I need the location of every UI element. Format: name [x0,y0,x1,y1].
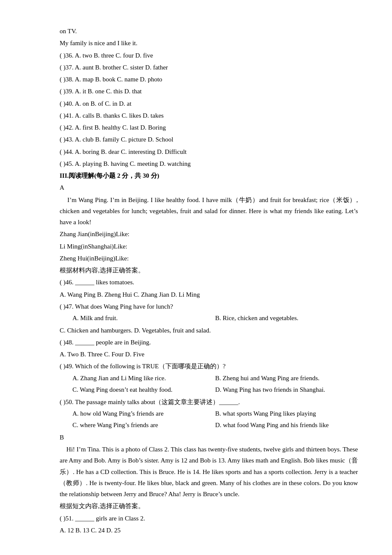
passage1-text: I’m Wang Ping. I’m in Beijing. I like he… [60,194,358,228]
q38: ( )38. A. map B. book C. name D. photo [60,74,358,85]
main-content: on TV. My family is nice and I like it. … [60,26,358,536]
q37: ( )37. A. aunt B. brother C. sister D. f… [60,62,358,73]
q47-opt-b: B. Rice, chicken and vegetables. [215,313,358,324]
instruction2: 根据短文内容,选择正确答案。 [60,500,358,512]
q51-options: A. 12 B. 13 C. 24 D. 25 [60,525,358,536]
q51-text: ( )51. ______ girls are in Class 2. [60,513,358,524]
q48-options: A. Two B. Three C. Four D. Five [60,349,358,360]
li-ming-line: Li Ming(inShanghai)Like: [60,241,358,252]
q49-options-row1: A. Zhang Jian and Li Ming like rice. B. … [72,373,358,384]
q50-options-row2: C. where Wang Ping’s friends are D. what… [72,420,358,431]
instruction1: 根据材料内容,选择正确答案。 [60,265,358,276]
q47-opt-a: A. Milk and fruit. [72,313,215,324]
q50-opt-a: A. how old Wang Ping’s friends are [72,408,215,419]
q47-options-row2: C. Chicken and hamburgers. D. Vegetables… [60,325,358,336]
section3-title: III.阅读理解(每小题 2 分，共 30 分) [60,170,358,181]
q50-options-row1: A. how old Wang Ping’s friends are B. wh… [72,408,358,419]
q49-opt-a: A. Zhang Jian and Li Ming like rice. [72,373,215,384]
q36: ( )36. A. two B. three C. four D. five [60,50,358,61]
q39: ( )39. A. it B. one C. this D. that [60,86,358,97]
q43: ( )43. A. club B. family C. picture D. S… [60,134,358,145]
q50-text: ( )50. The passage mainly talks about（这篇… [60,396,358,408]
q44: ( )44. A. boring B. dear C. interesting … [60,146,358,157]
q46-text: ( )46. ______ likes tomatoes. [60,277,358,288]
sec-a-label: A [60,182,358,193]
q49-opt-b: B. Zheng hui and Wang Ping are friends. [215,373,358,384]
q47-text: ( )47. What does Wang Ping have for lunc… [60,301,358,312]
q46-options: A. Wang Ping B. Zheng Hui C. Zhang Jian … [60,289,358,300]
q45: ( )45. A. playing B. having C. meeting D… [60,158,358,169]
q41: ( )41. A. calls B. thanks C. likes D. ta… [60,110,358,121]
q49-options-row2: C. Wang Ping doesn’t eat healthy food. D… [72,384,358,396]
q50-opt-d: D. what food Wang Ping and his friends l… [215,420,358,431]
passage2-text: Hi! I’m Tina. This is a photo of Class 2… [60,444,358,500]
q50-opt-b: B. what sports Wang Ping likes playing [215,408,358,419]
q40: ( )40. A. on B. of C. in D. at [60,98,358,109]
sec-b-label: B [60,432,358,443]
zhang-jian-line: Zhang Jian(inBeijing)Like: [60,228,358,240]
zheng-hui-line: Zheng Hui(inBeijing)Like: [60,253,358,264]
q49-text: ( )49. Which of the following is TRUE（下面… [60,361,358,372]
q47-options-row1: A. Milk and fruit. B. Rice, chicken and … [72,313,358,324]
q49-opt-d: D. Wang Ping has two friends in Shanghai… [215,384,358,396]
q48-text: ( )48. ______ people are in Beijing. [60,337,358,348]
q50-opt-c: C. where Wang Ping’s friends are [72,420,215,431]
line-tv: on TV. [60,26,358,37]
line-family: My family is nice and I like it. [60,38,358,49]
q42: ( )42. A. first B. healthy C. last D. Bo… [60,122,358,133]
q49-opt-c: C. Wang Ping doesn’t eat healthy food. [72,384,215,396]
